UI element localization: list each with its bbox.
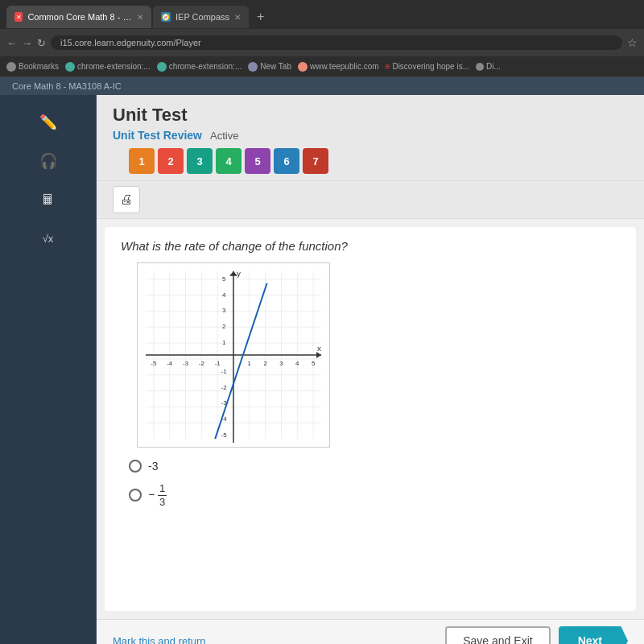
ext-icon-1 [65, 62, 75, 72]
svg-text:1: 1 [248, 360, 252, 367]
footer-buttons: Save and Exit Next [445, 626, 628, 644]
fraction-minus: − [148, 488, 155, 501]
svg-text:2: 2 [222, 323, 225, 330]
hope-label: Discovering hope is... [392, 62, 469, 71]
tab-favicon: ✕ [14, 12, 23, 22]
svg-text:1: 1 [222, 339, 226, 346]
calculator-tool[interactable]: 🖩 [32, 184, 64, 216]
svg-text:x: x [317, 344, 321, 353]
svg-text:2: 2 [263, 360, 266, 367]
question-nav: 1 2 3 4 5 6 7 [113, 148, 628, 174]
svg-text:3: 3 [279, 360, 283, 367]
teepublic-bookmark[interactable]: www.teepublic.com [298, 62, 379, 72]
reload-button[interactable]: ↻ [37, 37, 46, 49]
graph-container: x y -5 -4 -3 -2 -1 1 2 3 4 5 5 4 3 [137, 262, 330, 448]
bookmarks-icon [6, 62, 16, 72]
formula-tool[interactable]: √x [32, 222, 64, 254]
tab-close-2[interactable]: ✕ [234, 13, 241, 22]
svg-text:-5: -5 [151, 360, 157, 367]
main-content: ✏️ 🎧 🖩 √x Unit Test Unit Test Review Act… [0, 95, 644, 644]
question-btn-2[interactable]: 2 [158, 148, 184, 174]
bookmarks-folder[interactable]: Bookmarks [6, 62, 59, 72]
question-area: What is the rate of change of the functi… [105, 227, 636, 611]
bookmark-star[interactable]: ☆ [627, 36, 638, 49]
browser-chrome: ✕ Common Core Math 8 - MA3... ✕ 🧭 IEP Co… [0, 0, 644, 77]
question-btn-4[interactable]: 4 [216, 148, 242, 174]
question-btn-3[interactable]: 3 [187, 148, 213, 174]
print-button[interactable]: 🖨 [113, 186, 140, 213]
hope-icon: ≡ [386, 62, 390, 71]
headphone-tool[interactable]: 🎧 [32, 145, 64, 177]
forward-button[interactable]: → [22, 37, 32, 49]
chrome-ext-1[interactable]: chrome-extension:... [65, 62, 151, 72]
tab-label: Common Core Math 8 - MA3... [27, 12, 132, 22]
question-btn-6[interactable]: 6 [274, 148, 299, 174]
address-bar-row: ← → ↻ ☆ [0, 29, 644, 56]
svg-text:5: 5 [222, 275, 226, 283]
svg-text:-1: -1 [215, 360, 221, 367]
tab-favicon-2: 🧭 [161, 12, 171, 22]
svg-text:4: 4 [222, 291, 226, 299]
answer-choice-1[interactable]: -3 [129, 460, 612, 473]
address-input[interactable] [51, 35, 622, 50]
question-btn-1[interactable]: 1 [129, 148, 155, 174]
next-button[interactable]: Next [559, 626, 628, 644]
denominator: 3 [158, 496, 167, 509]
newtab-icon [248, 62, 258, 72]
ext-label-1: chrome-extension:... [77, 62, 151, 71]
svg-text:3: 3 [222, 307, 226, 314]
tab-bar: ✕ Common Core Math 8 - MA3... ✕ 🧭 IEP Co… [0, 0, 644, 29]
tab-active[interactable]: ✕ Common Core Math 8 - MA3... ✕ [6, 6, 151, 28]
ext-icon-2 [157, 62, 167, 72]
question-btn-5[interactable]: 5 [245, 148, 270, 174]
ext-label-2: chrome-extension:... [169, 62, 242, 71]
left-sidebar: ✏️ 🎧 🖩 √x [0, 95, 97, 644]
answer-text-1: -3 [148, 460, 158, 473]
graph-svg: x y -5 -4 -3 -2 -1 1 2 3 4 5 5 4 3 [138, 263, 329, 447]
mark-return-link[interactable]: Mark this and return [113, 635, 206, 645]
save-exit-button[interactable]: Save and Exit [445, 626, 550, 644]
bookmarks-bar: Bookmarks chrome-extension:... chrome-ex… [0, 56, 644, 77]
toolbar-row: 🖨 [97, 181, 644, 219]
page-title: Unit Test [113, 105, 628, 126]
answer-choices: -3 − 1 3 [121, 460, 620, 508]
pencil-tool[interactable]: ✏️ [32, 106, 64, 138]
svg-text:4: 4 [295, 360, 299, 367]
svg-text:-4: -4 [167, 360, 173, 367]
content-panel: Unit Test Unit Test Review Active 1 2 3 … [97, 95, 644, 644]
svg-text:-3: -3 [183, 360, 189, 367]
svg-text:y: y [237, 269, 241, 278]
svg-text:-5: -5 [221, 431, 228, 439]
svg-marker-23 [316, 352, 321, 358]
subtitle-row: Unit Test Review Active [113, 129, 628, 142]
breadcrumb-text: Core Math 8 - MA3108 A-IC [12, 81, 122, 91]
newtab-label: New Tab [260, 62, 291, 71]
footer-bar: Mark this and return Save and Exit Next [97, 619, 644, 644]
tab-compass[interactable]: 🧭 IEP Compass ✕ [153, 6, 249, 28]
answer-choice-2[interactable]: − 1 3 [129, 482, 612, 508]
tee-label: www.teepublic.com [310, 62, 379, 71]
new-tab-button[interactable]: + [250, 10, 270, 24]
back-button[interactable]: ← [6, 37, 17, 49]
svg-text:5: 5 [312, 360, 316, 367]
radio-1[interactable] [129, 460, 142, 473]
svg-text:-2: -2 [221, 384, 227, 391]
new-tab-bookmark[interactable]: New Tab [248, 62, 291, 72]
radio-2[interactable] [129, 489, 142, 502]
tee-icon [298, 62, 308, 72]
fraction-1-3: 1 3 [158, 482, 167, 508]
hope-bookmark[interactable]: ≡ Discovering hope is... [386, 62, 469, 71]
numerator: 1 [158, 482, 167, 496]
question-btn-7[interactable]: 7 [303, 148, 328, 174]
di-label: Di... [486, 62, 501, 71]
unit-test-review-link[interactable]: Unit Test Review [113, 129, 202, 142]
di-bookmark[interactable]: Di... [476, 62, 501, 71]
content-header: Unit Test Unit Test Review Active 1 2 3 … [97, 95, 644, 181]
breadcrumb: Core Math 8 - MA3108 A-IC [0, 77, 644, 95]
bookmarks-label: Bookmarks [19, 62, 59, 71]
active-status: Active [210, 130, 238, 142]
answer-text-2: − 1 3 [148, 482, 167, 508]
tab-close[interactable]: ✕ [137, 13, 143, 22]
svg-text:-2: -2 [199, 360, 204, 367]
chrome-ext-2[interactable]: chrome-extension:... [157, 62, 242, 72]
